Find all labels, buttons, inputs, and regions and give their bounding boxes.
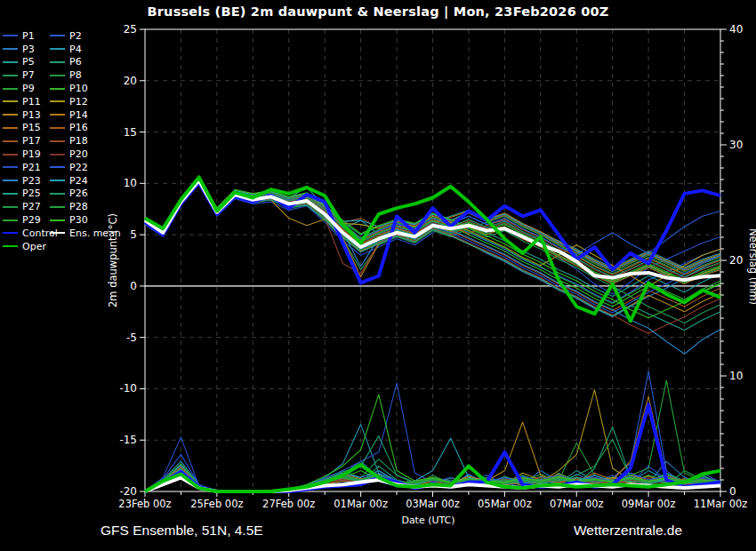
right-tick-label: 40 <box>729 23 743 36</box>
left-tick-label: -15 <box>119 434 137 446</box>
left-tick-label: 0 <box>130 280 137 292</box>
x-tick-label: 01Mar 00z <box>334 498 388 510</box>
chart-canvas: -20-15-10-5051015202501020304023Feb 00z2… <box>0 0 756 551</box>
x-tick-label: 03Mar 00z <box>406 498 460 510</box>
x-tick-label: 25Feb 00z <box>190 498 243 510</box>
left-tick-label: -5 <box>126 331 137 344</box>
left-tick-label: -20 <box>119 485 137 498</box>
x-tick-label: 11Mar 00z <box>694 498 748 510</box>
left-tick-label: 15 <box>124 126 137 139</box>
left-tick-label: -10 <box>119 382 137 395</box>
x-axis-label: Date (UTC) <box>401 515 454 526</box>
left-tick-label: 20 <box>124 75 137 87</box>
right-tick-label: 0 <box>729 485 736 498</box>
left-tick-label: 5 <box>130 228 137 241</box>
y-axis-right-label: Neerslag (mm) <box>747 228 756 305</box>
right-tick-label: 30 <box>729 139 743 151</box>
right-tick-label: 10 <box>729 370 743 382</box>
left-tick-label: 25 <box>124 23 137 36</box>
y-axis-left-label: 2m dauwpunt (°C) <box>107 213 119 307</box>
footer-model-info: GFS Ensemble, 51N, 4.5E <box>101 523 263 539</box>
x-tick-label: 23Feb 00z <box>118 498 171 510</box>
ensemble-chart-page: Brussels (BE) 2m dauwpunt & Neerslag | M… <box>0 0 756 551</box>
left-tick-label: 10 <box>124 177 137 189</box>
x-tick-label: 07Mar 00z <box>550 498 604 510</box>
right-tick-label: 20 <box>729 254 743 267</box>
x-tick-label: 09Mar 00z <box>622 498 676 510</box>
x-tick-label: 27Feb 00z <box>262 498 315 510</box>
x-tick-label: 05Mar 00z <box>478 498 532 510</box>
footer-watermark: Wetterzentrale.de <box>574 523 682 539</box>
